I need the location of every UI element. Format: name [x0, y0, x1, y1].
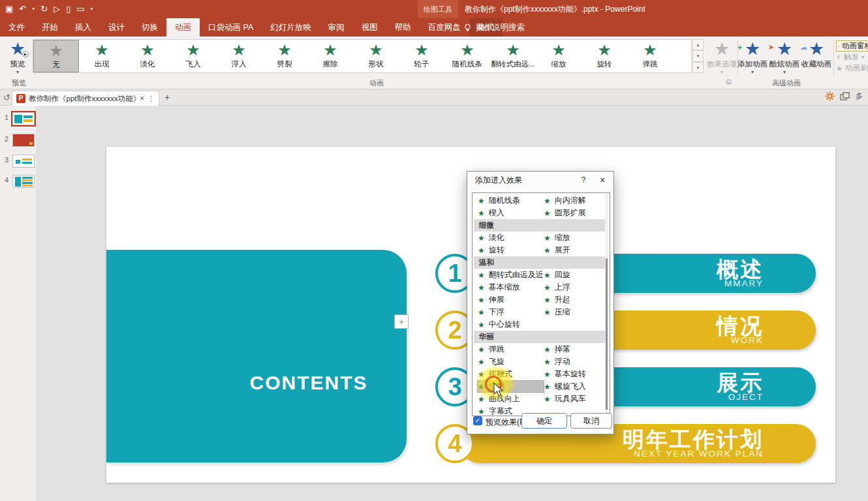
save-icon[interactable]: ▣ — [5, 0, 13, 18]
effect-options-button[interactable]: ★ 效果选项 ▾ — [707, 39, 737, 75]
effect-item[interactable]: ★向内溶解 — [544, 195, 610, 206]
animation-random-bars[interactable]: ★随机线条 — [444, 40, 490, 72]
tab-file[interactable]: 文件 — [0, 18, 33, 37]
tab-design[interactable]: 设计 — [100, 18, 133, 37]
effect-item[interactable]: ★圆形扩展 — [544, 207, 610, 219]
preview-effect-checkbox[interactable]: ✓ — [473, 416, 482, 425]
slide-thumbnail-3[interactable] — [12, 155, 35, 168]
effect-item[interactable]: ★回旋 — [544, 269, 610, 281]
animation-float-in[interactable]: ★浮入 — [216, 40, 262, 72]
dialog-close-icon[interactable]: × — [591, 175, 613, 185]
trigger-button[interactable]: ⚡ 触发 ▾ — [836, 52, 868, 63]
tab-transitions[interactable]: 切换 — [133, 18, 166, 37]
effect-item[interactable]: ★空翻 — [478, 381, 544, 392]
effect-item[interactable]: ★螺旋飞入 — [544, 381, 610, 392]
ok-button[interactable]: 确定 — [521, 413, 567, 429]
effect-item[interactable]: ★飞旋 — [478, 356, 544, 367]
star-icon: ★ — [478, 196, 485, 205]
tab-home[interactable]: 开始 — [33, 18, 67, 37]
animation-bounce[interactable]: ★弹跳 — [627, 40, 673, 72]
multi-window-icon[interactable] — [840, 92, 850, 101]
slide-thumbnail-4[interactable] — [12, 175, 35, 188]
effect-item[interactable]: ★弹跳 — [478, 344, 544, 355]
animation-pane-button[interactable]: 动画窗格 — [836, 40, 868, 52]
effect-item[interactable]: ★挥鞭式 — [478, 369, 544, 380]
effect-item[interactable]: ★上浮 — [544, 282, 610, 293]
close-tab-icon[interactable]: × — [140, 94, 144, 103]
dialog-help-icon[interactable]: ? — [576, 175, 591, 185]
cool-animation-button[interactable]: ★➤ 酷炫动画 ▾ — [769, 39, 799, 75]
effect-item[interactable]: ★旋转 — [478, 245, 544, 256]
cancel-button[interactable]: 取消 — [570, 413, 612, 429]
history-icon[interactable]: ↺ — [3, 93, 10, 102]
effect-item[interactable]: ★升起 — [544, 294, 610, 305]
slide-thumbnail-2[interactable] — [12, 134, 35, 147]
star-icon: ★ — [478, 209, 485, 218]
document-tab[interactable]: P 教你制作《ppt制作xxxxxxx功能》.pptx × ⋮ — [12, 91, 159, 106]
redo-icon[interactable]: ↻ — [40, 0, 48, 18]
effect-item[interactable]: ★随机线条 — [478, 195, 544, 206]
effect-item[interactable]: ★压缩 — [544, 307, 610, 318]
animation-painter-button[interactable]: ★ 动画刷 — [836, 63, 868, 74]
effect-item[interactable]: ★缩放 — [544, 232, 610, 243]
star-icon: ★ — [478, 370, 485, 379]
animation-none[interactable]: ★无 — [33, 40, 79, 72]
tab-pocket-animation[interactable]: 口袋动画 PA — [200, 18, 262, 37]
animation-wipe[interactable]: ★擦除 — [307, 40, 353, 72]
tab-help[interactable]: 帮助 — [386, 18, 420, 37]
animation-split[interactable]: ★劈裂 — [262, 40, 307, 72]
effect-item[interactable]: ★展开 — [544, 245, 610, 256]
animation-zoom[interactable]: ★缩放 — [536, 40, 581, 72]
slide-thumbnail-1[interactable] — [12, 112, 35, 125]
new-file-icon[interactable]: ▯ — [66, 0, 70, 18]
animation-grow-and-turn[interactable]: ★翻转式由远... — [490, 40, 536, 72]
effect-list-scrollbar[interactable] — [605, 193, 608, 416]
tab-insert[interactable]: 插入 — [67, 18, 100, 37]
animation-fade[interactable]: ★淡化 — [125, 40, 170, 72]
gallery-scroll-down[interactable]: ▾ — [692, 50, 704, 61]
tab-animations[interactable]: 动画 — [166, 18, 200, 37]
tab-view[interactable]: 视图 — [353, 18, 386, 37]
effect-item[interactable]: ★伸展 — [478, 294, 544, 305]
scrollbar-thumb[interactable] — [606, 258, 608, 410]
new-tab-icon[interactable]: + — [164, 92, 170, 102]
tell-me-search[interactable]: 操作说明搜索 — [457, 18, 531, 37]
undo-dropdown-icon[interactable]: ▾ — [32, 0, 35, 18]
effect-item[interactable]: ★掉落 — [544, 344, 610, 355]
animation-fly-in[interactable]: ★飞入 — [170, 40, 216, 72]
dialog-launcher-icon[interactable]: ◱ — [726, 78, 732, 85]
animation-appear[interactable]: ★出现 — [79, 40, 125, 72]
add-animation-button[interactable]: ★＋ 添加动画 ▾ — [737, 39, 767, 75]
slide-number: 3 — [5, 156, 8, 164]
animation-label: 轮子 — [399, 59, 444, 69]
preview-group-label: 预览 — [12, 78, 26, 88]
undo-icon[interactable]: ↶ — [19, 0, 26, 18]
effect-item[interactable]: ★中心旋转 — [478, 319, 544, 330]
qat-more-icon[interactable]: ▾ — [91, 0, 93, 18]
effect-item[interactable]: ★曲线向上 — [478, 393, 544, 404]
preview-button[interactable]: ★▶ 预览 ▾ — [3, 39, 33, 75]
animation-shape[interactable]: ★形状 — [353, 40, 399, 72]
tab-menu-icon[interactable]: ⋮ — [147, 95, 155, 103]
effect-item[interactable]: ★楔入 — [478, 207, 544, 219]
effect-item[interactable]: ★淡化 — [478, 232, 544, 243]
effect-item[interactable]: ★浮动 — [544, 356, 610, 367]
plus-handle[interactable]: + — [394, 314, 409, 329]
effect-item[interactable]: ★基本旋转 — [544, 369, 610, 380]
animation-wheel[interactable]: ★轮子 — [399, 40, 444, 72]
gallery-more-button[interactable]: ▾ — [692, 62, 704, 73]
settings-gear-icon[interactable] — [825, 91, 835, 101]
thumbnail-row: 4 — [0, 175, 36, 190]
start-slideshow-icon[interactable]: ▷ — [54, 0, 60, 18]
effect-item[interactable]: ★玩具风车 — [544, 393, 610, 404]
gallery-scroll-up[interactable]: ▴ — [692, 39, 704, 50]
tab-review[interactable]: 审阅 — [320, 18, 353, 37]
effect-item[interactable]: ★基本缩放 — [478, 282, 544, 293]
effect-item[interactable]: ★下浮 — [478, 307, 544, 318]
tab-slideshow[interactable]: 幻灯片放映 — [262, 18, 320, 37]
open-file-icon[interactable]: ▭ — [76, 0, 84, 18]
contents-shape[interactable] — [106, 250, 407, 463]
animation-swivel[interactable]: ★旋转 — [581, 40, 627, 72]
favorite-animation-button[interactable]: ★☁ 收藏动画 — [801, 39, 831, 69]
effect-item[interactable]: ★翻转式由远及近 — [478, 269, 544, 281]
